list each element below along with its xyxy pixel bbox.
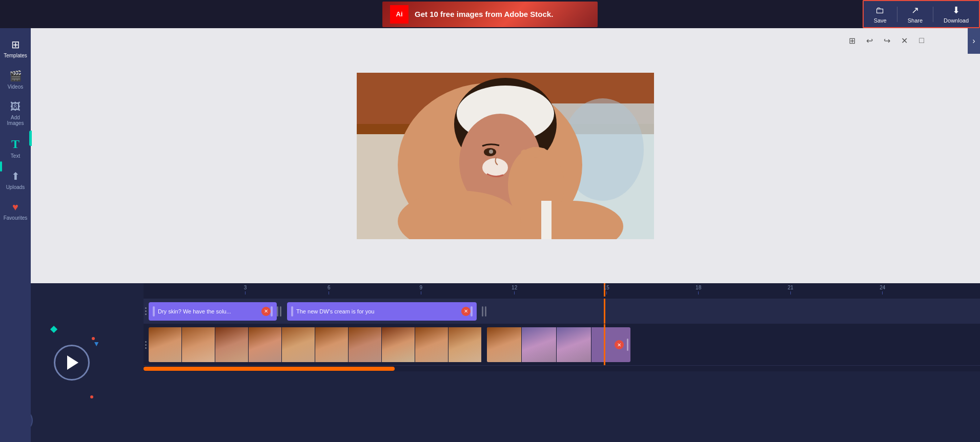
video-thumb-12 — [522, 327, 557, 362]
preview-content — [357, 73, 654, 239]
play-button[interactable] — [54, 345, 90, 381]
svg-rect-22 — [541, 201, 552, 239]
uploads-label: Uploads — [6, 184, 25, 190]
canvas-toolbar: ⊞ ↩ ↪ ✕ □ — [845, 33, 929, 48]
video-thumb-7 — [349, 327, 382, 362]
close-tool[interactable]: ✕ — [897, 33, 911, 48]
audio-progress-fill — [144, 367, 395, 371]
clip-2-right-handle[interactable] — [471, 306, 473, 317]
favourites-icon: ♥ — [12, 201, 18, 213]
sidebar-item-templates[interactable]: ⊞ Templates — [1, 33, 30, 64]
audio-progress-bar — [144, 365, 980, 371]
sidebar-item-text[interactable]: T Text — [1, 132, 30, 164]
svg-point-19 — [515, 157, 558, 193]
ruler-mark-21: 21 — [788, 285, 793, 294]
arrow-down-indicator: ▼ — [93, 340, 100, 348]
video-thumb-1 — [149, 327, 182, 362]
download-button[interactable]: ⬇ Download — [933, 2, 979, 27]
text-track: Dry skin? We have the solu... ✕ The new … — [144, 299, 980, 324]
video-track: ✕ — [144, 324, 980, 365]
save-button[interactable]: 🗀 Save — [864, 2, 897, 27]
ruler-mark-6: 6 — [328, 285, 331, 294]
post-clip-handles — [482, 306, 486, 317]
ruler-mark-3: 3 — [244, 285, 247, 294]
templates-label: Templates — [4, 53, 27, 58]
sidebar-expand-indicator — [29, 131, 32, 146]
svg-point-13 — [489, 150, 493, 154]
ruler-mark-24: 24 — [880, 285, 885, 294]
redo-tool[interactable]: ↪ — [880, 33, 894, 48]
ruler-mark-12: 12 — [512, 285, 517, 294]
videos-label: Videos — [8, 84, 23, 90]
save-label: Save — [874, 17, 887, 24]
video-thumb-8 — [382, 327, 415, 362]
text-label: Text — [11, 153, 20, 159]
videos-icon: 🎬 — [9, 70, 22, 82]
diamond-indicator — [50, 326, 57, 333]
adobe-logo-text: Ai — [396, 10, 403, 18]
grid-tool[interactable]: ⊞ — [845, 33, 859, 48]
video-strip-2[interactable]: ✕ — [487, 327, 630, 362]
video-thumb-3 — [215, 327, 249, 362]
video-track-playhead — [604, 324, 605, 365]
clip-1-close-button[interactable]: ✕ — [261, 307, 271, 316]
ad-bar: Ai Get 10 free images from Adobe Stock. — [0, 0, 980, 28]
main-canvas-area: ⊞ ↩ ↪ ✕ □ — [31, 28, 980, 283]
clip-2-close-button[interactable]: ✕ — [461, 307, 471, 316]
text-clip-1-content: Dry skin? We have the solu... — [158, 308, 255, 314]
video-thumb-9 — [415, 327, 448, 362]
templates-icon: ⊞ — [11, 38, 20, 51]
video-thumb-10 — [448, 327, 482, 362]
top-right-buttons: 🗀 Save ↗ Share ⬇ Download — [863, 0, 980, 28]
timeline-ruler: 3 6 9 12 15 — [144, 283, 980, 299]
text-clip-2[interactable]: The new DW's cream is for you ✕ — [287, 302, 477, 321]
timeline-right: 3 6 9 12 15 — [144, 283, 980, 442]
video-thumb-4 — [249, 327, 282, 362]
clip-2-left-handle[interactable] — [291, 306, 293, 317]
video-clip-2-close-button[interactable]: ✕ — [615, 340, 624, 349]
share-button[interactable]: ↗ Share — [897, 2, 933, 27]
gap-handles — [277, 306, 281, 317]
video-thumb-6 — [315, 327, 349, 362]
track-left-handle[interactable] — [144, 299, 148, 324]
sidebar-item-videos[interactable]: 🎬 Videos — [1, 65, 30, 95]
sidebar-item-favourites[interactable]: ♥ Favourites — [1, 196, 30, 226]
ruler-mark-9: 9 — [420, 285, 423, 294]
sidebar-item-add-images[interactable]: 🖼 Add Images — [1, 96, 30, 131]
timeline-area: ▼ 💬 3 6 — [0, 283, 980, 442]
active-indicator — [0, 161, 2, 172]
text-track-playhead — [604, 299, 605, 324]
clip-1-right-handle[interactable] — [271, 306, 273, 317]
ruler-mark-15: 15 — [604, 285, 609, 294]
download-icon: ⬇ — [952, 5, 960, 16]
favourites-label: Favourites — [4, 215, 28, 221]
uploads-icon: ⬆ — [11, 170, 20, 182]
panel-expand-button[interactable]: › — [968, 28, 980, 54]
text-icon: T — [11, 137, 19, 151]
ad-text: Get 10 free images from Adobe Stock. — [415, 10, 553, 18]
video-thumb-13 — [557, 327, 591, 362]
video-strip-1[interactable] — [149, 327, 484, 362]
clip-1-left-handle[interactable] — [153, 306, 155, 317]
add-images-icon: 🖼 — [10, 101, 21, 113]
text-clip-2-content: The new DW's cream is for you — [296, 308, 455, 314]
adobe-logo: Ai — [390, 5, 409, 24]
video-thumb-5 — [282, 327, 315, 362]
undo-tool[interactable]: ↩ — [862, 33, 876, 48]
video-clip-2-right-handle[interactable] — [627, 339, 628, 351]
red-dot-bottom — [90, 395, 93, 398]
add-images-label: Add Images — [3, 115, 28, 126]
video-preview — [357, 73, 654, 239]
ruler-marks: 3 6 9 12 15 — [144, 283, 980, 297]
video-thumb-2 — [182, 327, 215, 362]
preview-image — [357, 73, 654, 239]
share-label: Share — [908, 17, 923, 24]
video-thumb-11 — [487, 327, 522, 362]
left-sidebar: ⊞ Templates 🎬 Videos 🖼 Add Images T Text… — [0, 28, 31, 442]
expand-tool[interactable]: □ — [914, 33, 929, 48]
video-track-handle[interactable] — [144, 324, 148, 365]
sidebar-item-uploads[interactable]: ⬆ Uploads — [1, 165, 30, 195]
play-icon — [67, 355, 78, 370]
ad-banner[interactable]: Ai Get 10 free images from Adobe Stock. — [382, 2, 598, 27]
text-clip-1[interactable]: Dry skin? We have the solu... ✕ — [149, 302, 277, 321]
